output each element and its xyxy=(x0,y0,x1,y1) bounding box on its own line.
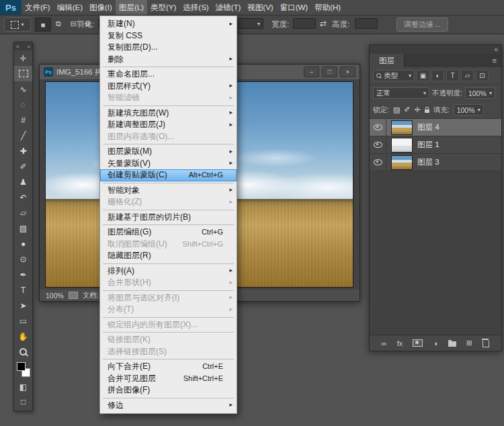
eyedropper-tool[interactable]: ╱ xyxy=(14,128,32,143)
menu-item[interactable]: 新建(N)▸ xyxy=(100,18,237,30)
new-layer-icon[interactable]: ⊞ xyxy=(466,339,472,347)
filter-type-layers-icon[interactable]: T xyxy=(446,70,459,81)
menu-item[interactable]: 合并可见图层Shift+Ctrl+E xyxy=(100,373,237,385)
hand-tool[interactable]: ✋ xyxy=(14,329,32,344)
filter-pixel-layers-icon[interactable]: ▣ xyxy=(417,70,429,81)
menubar-item[interactable]: 文件(F) xyxy=(22,0,54,15)
lock-position-icon[interactable]: ✛ xyxy=(415,105,421,114)
menubar-item[interactable]: 帮助(H) xyxy=(311,0,344,15)
layer-thumbnail[interactable] xyxy=(391,155,413,170)
menu-item[interactable]: 图层样式(Y)▸ xyxy=(100,81,237,93)
zoom-tool[interactable] xyxy=(14,344,32,359)
menu-item[interactable]: 拼合图像(F) xyxy=(100,384,237,396)
tab-layers[interactable]: 图层 xyxy=(370,54,405,67)
new-selection-button[interactable]: ■ xyxy=(35,17,51,32)
menu-item[interactable]: 创建剪贴蒙版(C)Alt+Ctrl+G xyxy=(100,169,237,181)
menu-item[interactable]: 图层蒙版(M)▸ xyxy=(100,146,237,158)
menubar-item[interactable]: 编辑(E) xyxy=(54,0,86,15)
filter-adjustment-layers-icon[interactable]: ◐ xyxy=(431,70,444,81)
type-tool[interactable]: T xyxy=(14,282,32,298)
collapse-to-icons-icon[interactable]: « xyxy=(494,45,498,54)
quick-mask-button[interactable]: ◧ xyxy=(14,380,32,394)
menu-item[interactable]: 复制 CSS xyxy=(100,30,237,42)
menu-item[interactable]: 向下合并(E)Ctrl+E xyxy=(100,361,237,373)
foreground-color-swatch[interactable] xyxy=(17,362,26,371)
lock-transparency-icon[interactable]: ▨ xyxy=(393,105,400,114)
link-layers-icon[interactable]: ∞ xyxy=(382,339,387,347)
move-tool[interactable]: ✛ xyxy=(14,50,32,66)
close-button[interactable]: × xyxy=(340,67,355,77)
rectangular-marquee-tool[interactable] xyxy=(14,66,32,81)
menubar-item[interactable]: 滤镜(T) xyxy=(212,0,245,15)
minimize-button[interactable]: – xyxy=(304,67,319,77)
blend-mode-dropdown[interactable]: 正常 ▾ xyxy=(373,87,429,99)
lock-pixels-icon[interactable]: ✐ xyxy=(404,105,410,114)
layer-row[interactable]: 图层 1 xyxy=(370,136,501,154)
menubar-item[interactable]: 视图(V) xyxy=(244,0,276,15)
gradient-tool[interactable]: ▧ xyxy=(14,220,32,236)
menubar-item[interactable]: 图像(I) xyxy=(86,0,116,15)
filter-kind-dropdown[interactable]: 类型 ▾ xyxy=(373,70,415,81)
menu-item[interactable]: 矢量蒙版(V)▸ xyxy=(100,158,237,170)
filter-smart-object-icon[interactable]: ⊡ xyxy=(476,70,489,81)
refine-edge-button[interactable]: 调整边缘… xyxy=(396,17,448,32)
crop-tool[interactable]: # xyxy=(14,112,32,128)
width-input[interactable] xyxy=(293,18,316,29)
gradient-icon: ▧ xyxy=(19,224,27,233)
visibility-toggle[interactable] xyxy=(370,154,386,171)
layer-style-icon[interactable]: fx xyxy=(397,339,403,347)
height-input[interactable] xyxy=(355,18,378,29)
menubar-item[interactable]: 窗口(W) xyxy=(277,0,312,15)
pen-tool[interactable]: ✒ xyxy=(14,267,32,282)
lock-all-icon[interactable] xyxy=(425,107,429,113)
screen-mode-button[interactable]: □ xyxy=(14,394,32,409)
close-panel-icon[interactable]: × xyxy=(27,44,30,50)
menu-item[interactable]: 排列(A)▸ xyxy=(100,265,237,278)
blur-tool[interactable]: ● xyxy=(14,236,32,251)
layer-row[interactable]: 图层 4 xyxy=(370,119,501,136)
menubar-item[interactable]: 类型(Y) xyxy=(147,0,179,15)
menu-item[interactable]: 修边▸ xyxy=(100,400,237,412)
eraser-tool[interactable]: ▱ xyxy=(14,205,32,220)
quick-selection-tool[interactable]: ◌ xyxy=(14,97,32,112)
menu-separator xyxy=(103,210,234,210)
menubar-item[interactable]: 选择(S) xyxy=(179,0,212,15)
new-group-icon[interactable] xyxy=(448,340,456,347)
path-selection-tool[interactable]: ➤ xyxy=(14,298,32,313)
menu-item[interactable]: 图层编组(G)Ctrl+G xyxy=(100,226,237,239)
visibility-toggle[interactable] xyxy=(370,119,386,136)
menubar-item[interactable]: 图层(L) xyxy=(116,0,147,15)
menu-item[interactable]: 新建填充图层(W)▸ xyxy=(100,108,237,120)
collapse-panel-icon[interactable]: » xyxy=(16,44,19,50)
new-adjustment-layer-icon[interactable]: ◑ xyxy=(433,339,438,347)
menu-item[interactable]: 新建基于图层的切片(B) xyxy=(100,212,237,224)
rectangle-tool[interactable]: ▭ xyxy=(14,313,32,329)
menu-item[interactable]: 复制图层(D)... xyxy=(100,42,237,54)
menu-item[interactable]: 新建调整图层(J)▸ xyxy=(100,119,237,131)
add-selection-button[interactable]: ⧉ xyxy=(51,17,66,30)
menu-item[interactable]: 隐藏图层(R) xyxy=(100,250,237,262)
visibility-toggle[interactable] xyxy=(370,136,386,153)
clone-stamp-tool[interactable]: ♟ xyxy=(14,174,32,189)
dodge-tool[interactable]: ⊙ xyxy=(14,251,32,267)
menu-item[interactable]: 智能对象▸ xyxy=(100,185,237,197)
swap-dimensions-icon[interactable]: ⇄ xyxy=(320,19,327,28)
layer-thumbnail[interactable] xyxy=(391,138,413,153)
menu-item[interactable]: 删除▸ xyxy=(100,54,237,66)
panel-menu-icon[interactable]: ≡ xyxy=(488,54,501,67)
zoom-level[interactable]: 100% xyxy=(46,292,64,300)
maximize-button[interactable]: □ xyxy=(322,67,337,77)
fill-dropdown[interactable]: 100% ▾ xyxy=(454,104,484,116)
history-brush-tool[interactable]: ↶ xyxy=(14,189,32,205)
layer-thumbnail[interactable] xyxy=(391,120,413,135)
healing-brush-tool[interactable]: ✚ xyxy=(14,143,32,159)
layer-row[interactable]: 图层 3 xyxy=(370,154,501,171)
filter-shape-layers-icon[interactable]: ▱ xyxy=(461,70,474,81)
delete-layer-icon[interactable] xyxy=(482,339,489,347)
menu-item[interactable]: 重命名图层... xyxy=(100,69,237,81)
opacity-dropdown[interactable]: 100% ▾ xyxy=(465,87,495,99)
lasso-tool[interactable]: ∿ xyxy=(14,81,32,97)
brush-tool[interactable]: ✐ xyxy=(14,159,32,174)
tool-preset-picker[interactable]: ▾ xyxy=(4,17,31,32)
add-layer-mask-icon[interactable] xyxy=(413,339,423,347)
